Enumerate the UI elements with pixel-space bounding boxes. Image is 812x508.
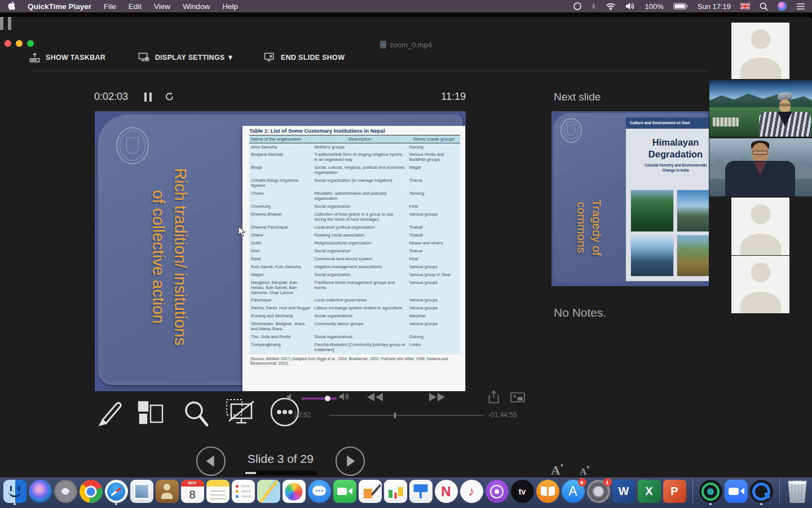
- webcam-tile-participant-2: [709, 138, 812, 196]
- dock-icon-keynote[interactable]: [409, 479, 433, 506]
- volume-icon[interactable]: [625, 2, 635, 10]
- dock-icon-contacts[interactable]: [156, 479, 179, 506]
- dock-icon-powerpoint[interactable]: P: [663, 479, 686, 506]
- rewind-button[interactable]: [367, 392, 383, 404]
- dock-icon-trash[interactable]: [786, 479, 809, 506]
- book-cover: Culture and Environment of Sout Himalaya…: [626, 117, 709, 281]
- menu-item-view[interactable]: View: [154, 2, 170, 11]
- dock-icon-excel[interactable]: X: [638, 479, 661, 506]
- menu-item-file[interactable]: File: [104, 2, 116, 11]
- table-cell: Social organization (to manage irrigatio…: [312, 177, 407, 190]
- table-source-note: (Source: Adhikari 2007) (Adapted from Bi…: [249, 354, 460, 367]
- table-cell: Traditional/folk form of singing religio…: [312, 151, 407, 164]
- end-slide-show-button[interactable]: END SLIDE SHOW: [264, 52, 345, 63]
- table-cell: Parma, Pareli, Huri and Nogyar: [249, 305, 312, 313]
- dock-icon-finder[interactable]: [3, 479, 27, 506]
- mail-icon: [130, 480, 153, 503]
- menu-item-window[interactable]: Window: [183, 2, 210, 11]
- slide-progress-fill: [245, 472, 256, 474]
- keyboard-flag-icon[interactable]: [740, 3, 750, 10]
- menu-clock[interactable]: Sun 17:19: [698, 2, 731, 11]
- timer-pause-button[interactable]: [144, 93, 152, 102]
- spotlight-icon[interactable]: [760, 2, 768, 11]
- dock-icon-chrome[interactable]: [80, 479, 103, 506]
- slide-counter: Slide 3 of 29: [234, 452, 327, 466]
- dock-icon-podcasts[interactable]: [486, 479, 509, 506]
- avatar-silhouette: [751, 204, 770, 224]
- powerpoint-icon: P: [663, 480, 686, 503]
- excel-icon: X: [638, 480, 661, 503]
- battery-icon[interactable]: [673, 3, 688, 10]
- dock-icon-mail[interactable]: [130, 479, 153, 506]
- pause-button[interactable]: [0, 17, 11, 30]
- next-slide-button[interactable]: [336, 446, 365, 476]
- slide-sorter-button[interactable]: [137, 400, 165, 430]
- remaining-time: -01:44:55: [488, 411, 517, 419]
- volume-max-icon[interactable]: [339, 392, 350, 404]
- pen-tool-button[interactable]: [95, 398, 123, 430]
- volume-mute-icon[interactable]: [286, 393, 295, 404]
- table-row: TumyangbhangPancha bhaladmi [Community j…: [249, 341, 460, 354]
- dock-icon-settings[interactable]: 1: [587, 479, 610, 506]
- dock-icon-calendar[interactable]: NOV8: [181, 479, 204, 506]
- table-cell: Limbu: [407, 341, 460, 354]
- menu-item-help[interactable]: Help: [222, 2, 238, 11]
- playhead[interactable]: [394, 413, 396, 418]
- increase-font-button[interactable]: A▲: [551, 463, 561, 478]
- dock-icon-quicktime[interactable]: [750, 479, 773, 506]
- table-row: DhikurRotating credit associationThakali: [249, 231, 460, 239]
- apple-menu-icon[interactable]: [8, 1, 15, 12]
- share-button[interactable]: [488, 391, 499, 406]
- table-cell: Bhajana Mandali: [249, 151, 312, 164]
- table-cell: Various groups: [407, 305, 460, 313]
- table-cell: Kirat: [407, 203, 460, 211]
- dock-icon-photos[interactable]: [283, 479, 306, 506]
- dock-icon-maps[interactable]: [257, 479, 280, 506]
- dock-icon-appstore[interactable]: A6: [562, 479, 585, 506]
- dock-icon-reminders[interactable]: [232, 479, 255, 506]
- menu-item-edit[interactable]: Edit: [129, 2, 142, 11]
- show-taskbar-button[interactable]: SHOW TASKBAR: [29, 52, 105, 63]
- table-cell: Various groups: [407, 279, 460, 297]
- dock-icon-numbers[interactable]: [384, 479, 407, 506]
- notification-center-icon[interactable]: [796, 3, 805, 10]
- dock-icon-messages[interactable]: [308, 479, 331, 506]
- decrease-font-button[interactable]: A▼: [580, 466, 586, 478]
- pip-button[interactable]: [510, 392, 525, 405]
- dock-icon-tv[interactable]: tv: [511, 479, 534, 506]
- dock-icon-pages[interactable]: [359, 479, 382, 506]
- menu-app-name[interactable]: QuickTime Player: [28, 2, 91, 11]
- siri-icon[interactable]: [778, 2, 787, 11]
- table-row: GuthiReligious/cultural organizationNewa…: [249, 239, 460, 247]
- table-cell: Newar and others: [407, 239, 460, 247]
- volume-slider[interactable]: [301, 397, 337, 400]
- fast-forward-button[interactable]: [429, 392, 445, 404]
- dock-icon-notes[interactable]: [206, 479, 230, 506]
- dock-icon-launchpad[interactable]: [54, 479, 77, 506]
- previous-slide-button[interactable]: [196, 446, 226, 476]
- wifi-icon[interactable]: [606, 3, 616, 10]
- dock-icons: NOV8N♪tvA61WXP: [0, 479, 812, 508]
- next-slide-thumbnail[interactable]: Tragedy of commons Culture and Environme…: [551, 111, 709, 286]
- dock-icon-word[interactable]: W: [612, 479, 636, 506]
- table-cell: Social organization: [312, 203, 407, 211]
- table-cell: Social organizations: [312, 313, 407, 321]
- dock-icon-music[interactable]: ♪: [460, 479, 483, 506]
- menu-extra-ring-icon[interactable]: [573, 2, 581, 10]
- timer-restart-button[interactable]: [165, 91, 174, 104]
- dock-icon-books[interactable]: [536, 479, 559, 506]
- dock-icon-safari[interactable]: [105, 479, 128, 506]
- magnifier-button[interactable]: [182, 398, 211, 430]
- seek-bar[interactable]: [330, 415, 484, 416]
- dock-icon-siri[interactable]: [29, 479, 52, 506]
- bluetooth-icon[interactable]: [591, 2, 596, 11]
- blank-screen-button[interactable]: [226, 398, 256, 430]
- dock-icon-facetime[interactable]: [333, 479, 356, 506]
- dock-icon-zoom[interactable]: [725, 479, 748, 506]
- dock-icon-webex[interactable]: [699, 479, 722, 506]
- window-title: zoom_0.mp4: [0, 40, 812, 49]
- menu-bar: QuickTime Player File Edit View Window H…: [0, 0, 812, 12]
- display-settings-button[interactable]: DISPLAY SETTINGS ▼: [138, 52, 234, 63]
- volume-knob[interactable]: [325, 396, 330, 401]
- dock-icon-news[interactable]: N: [435, 479, 458, 506]
